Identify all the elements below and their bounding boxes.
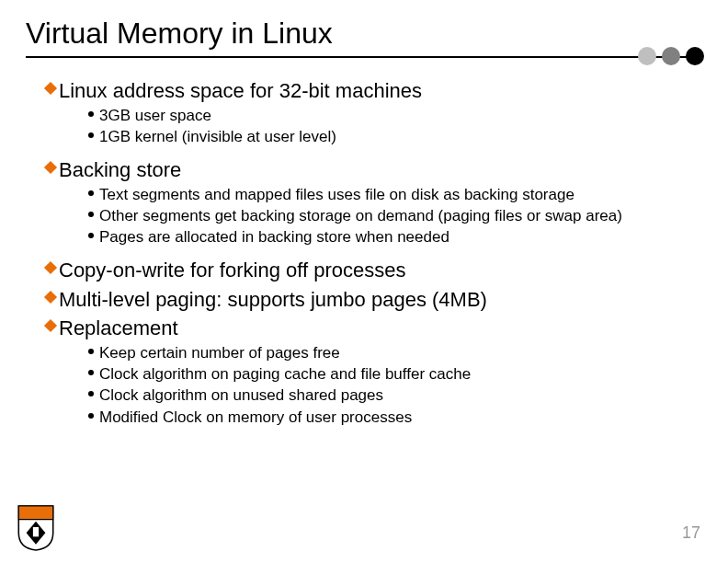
- dot-icon: [83, 227, 99, 238]
- bullet-text: Modified Clock on memory of user process…: [99, 408, 412, 427]
- slide-content: Linux address space for 32-bit machines …: [26, 78, 702, 427]
- dot-icon: [83, 185, 99, 196]
- dot-icon: [83, 364, 99, 375]
- dot-icon: [83, 127, 99, 138]
- princeton-shield-icon: [17, 504, 55, 552]
- bullet-text: Pages are allocated in backing store whe…: [99, 227, 449, 247]
- bullet-level2: Clock algorithm on paging cache and file…: [83, 364, 702, 384]
- bullet-text: Backing store: [59, 157, 181, 183]
- bullet-text: Other segments get backing storage on de…: [99, 206, 622, 225]
- bullet-text: Clock algorithm on paging cache and file…: [99, 364, 471, 384]
- bullet-level1: Replacement: [42, 316, 702, 341]
- diamond-icon: [42, 287, 59, 302]
- diamond-icon: [42, 316, 59, 330]
- bullet-text: 1GB kernel (invisible at user level): [99, 127, 336, 146]
- bullet-level2: 1GB kernel (invisible at user level): [83, 127, 702, 146]
- bullet-level1: Copy-on-write for forking off processes: [42, 258, 702, 283]
- bullet-text: Copy-on-write for forking off processes: [59, 258, 405, 283]
- title-rule: [26, 56, 702, 58]
- dot-icon: [662, 47, 680, 65]
- dot-icon: [83, 206, 99, 217]
- bullet-level2: Other segments get backing storage on de…: [83, 206, 702, 225]
- bullet-text: 3GB user space: [99, 106, 211, 125]
- bullet-level2: Keep certain number of pages free: [83, 343, 702, 362]
- bullet-level2: Clock algorithm on unused shared pages: [83, 385, 702, 405]
- bullet-text: Multi-level paging: supports jumbo pages…: [59, 287, 487, 313]
- bullet-level2: Modified Clock on memory of user process…: [83, 408, 702, 427]
- dot-icon: [638, 47, 656, 65]
- bullet-text: Text segments and mapped files uses file…: [99, 185, 574, 204]
- bullet-text: Keep certain number of pages free: [99, 343, 340, 362]
- svg-rect-0: [33, 527, 39, 536]
- bullet-text: Replacement: [59, 316, 178, 341]
- dot-icon: [83, 106, 99, 117]
- dot-icon: [686, 47, 704, 65]
- diamond-icon: [42, 258, 59, 272]
- dot-icon: [83, 408, 99, 419]
- diamond-icon: [42, 157, 59, 172]
- slide: Virtual Memory in Linux Linux address sp…: [0, 0, 728, 563]
- bullet-level2: Text segments and mapped files uses file…: [83, 185, 702, 204]
- bullet-level2: 3GB user space: [83, 106, 702, 125]
- slide-title: Virtual Memory in Linux: [26, 17, 702, 51]
- dot-icon: [83, 385, 99, 396]
- bullet-level1: Multi-level paging: supports jumbo pages…: [42, 287, 702, 313]
- dot-icon: [83, 343, 99, 354]
- bullet-text: Clock algorithm on unused shared pages: [99, 385, 383, 405]
- bullet-text: Linux address space for 32-bit machines: [59, 78, 422, 104]
- bullet-level1: Linux address space for 32-bit machines: [42, 78, 702, 104]
- bullet-level2: Pages are allocated in backing store whe…: [83, 227, 702, 247]
- diamond-icon: [42, 78, 59, 93]
- decorative-dots: [638, 47, 704, 65]
- page-number: 17: [682, 523, 700, 543]
- bullet-level1: Backing store: [42, 157, 702, 183]
